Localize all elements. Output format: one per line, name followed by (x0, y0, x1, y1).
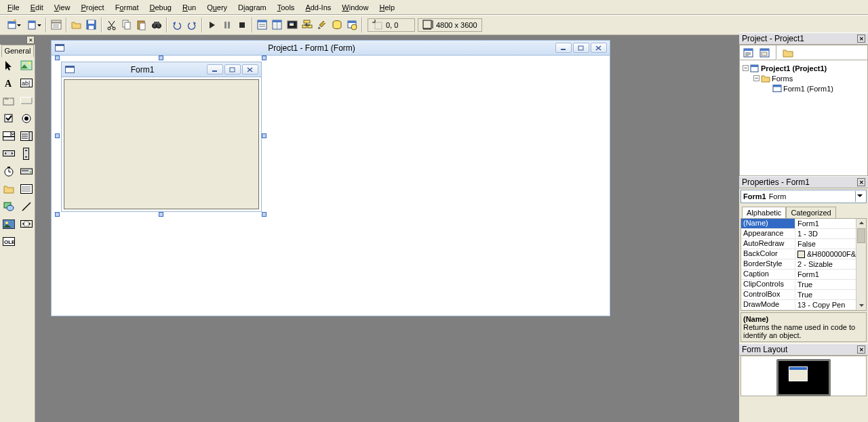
view-code-button[interactable] (741, 45, 756, 60)
resize-handle-se[interactable] (262, 212, 267, 217)
copy-button[interactable] (119, 18, 134, 33)
menu-editor-button[interactable] (49, 18, 64, 33)
property-row[interactable]: Appearance1 - 3D (741, 229, 866, 239)
property-row[interactable]: DrawMode13 - Copy Pen (741, 300, 866, 310)
cut-button[interactable] (104, 18, 119, 33)
container-close-button[interactable] (591, 43, 607, 53)
tool-pointer[interactable] (0, 57, 18, 75)
tool-textbox[interactable]: ab| (18, 75, 35, 92)
paste-button[interactable] (134, 18, 149, 33)
tab-categorized[interactable]: Categorized (786, 207, 835, 219)
property-row[interactable]: (Name)Form1 (741, 219, 866, 229)
add-project-button[interactable] (3, 18, 23, 33)
menu-addins[interactable]: Add-Ins (300, 1, 336, 14)
tree-project-root[interactable]: Project1 (Project1) (761, 64, 827, 72)
form-designer[interactable]: Form1 (61, 62, 262, 212)
break-button[interactable] (220, 18, 235, 33)
find-button[interactable] (149, 18, 164, 33)
scroll-down-icon[interactable] (856, 301, 867, 310)
toolbox-button[interactable] (315, 18, 330, 33)
tool-dirlistbox[interactable] (0, 180, 18, 198)
menu-edit[interactable]: Edit (26, 1, 48, 14)
resize-handle-n[interactable] (159, 56, 163, 60)
project-explorer-close-button[interactable]: ✕ (857, 35, 865, 43)
resize-handle-s[interactable] (159, 212, 163, 217)
form-close-button[interactable] (242, 64, 258, 75)
toggle-folders-button[interactable] (781, 45, 795, 60)
undo-button[interactable] (170, 18, 184, 33)
resize-handle-e[interactable] (262, 133, 267, 138)
scroll-thumb[interactable] (857, 228, 865, 243)
resize-handle-nw[interactable] (55, 56, 60, 60)
save-button[interactable] (84, 18, 99, 33)
form-layout-button[interactable] (285, 18, 300, 33)
tool-picturebox[interactable] (18, 57, 35, 75)
menu-format[interactable]: Format (111, 1, 144, 14)
end-button[interactable] (235, 18, 250, 33)
form-design-surface[interactable] (64, 79, 259, 209)
tool-frame[interactable]: xv (0, 92, 18, 110)
resize-handle-ne[interactable] (262, 56, 267, 60)
tool-filelistbox[interactable] (18, 180, 35, 198)
property-row[interactable]: BorderStyle2 - Sizable (741, 259, 866, 270)
property-row[interactable]: CaptionForm1 (741, 270, 866, 280)
tool-commandbutton[interactable] (18, 92, 35, 110)
menu-tools[interactable]: Tools (273, 1, 300, 14)
project-tree[interactable]: − Project1 (Project1) − Forms Form1 (For… (740, 60, 867, 175)
menu-project[interactable]: Project (76, 1, 108, 14)
form-layout-close-button[interactable]: ✕ (857, 345, 865, 354)
properties-close-button[interactable]: ✕ (857, 178, 865, 186)
properties-scrollbar[interactable] (856, 219, 866, 310)
tool-ole[interactable]: OLE (0, 233, 18, 251)
form-layout-screen[interactable] (776, 359, 831, 396)
menu-debug[interactable]: Debug (144, 1, 176, 14)
tool-line[interactable] (18, 198, 35, 215)
scroll-up-icon[interactable] (856, 219, 867, 228)
container-maximize-button[interactable] (573, 43, 589, 53)
tool-shape[interactable] (0, 198, 18, 215)
view-object-button[interactable] (757, 45, 772, 60)
property-row[interactable]: DrawStyle0 - Solid (741, 310, 866, 311)
form-layout-panel[interactable] (741, 356, 867, 396)
menu-query[interactable]: Query (202, 1, 232, 14)
tab-alphabetic[interactable]: Alphabetic (742, 207, 786, 219)
add-item-button[interactable] (23, 18, 43, 33)
tree-form1[interactable]: Form1 (Form1) (783, 85, 833, 93)
properties-grid[interactable]: (Name)Form1Appearance1 - 3DAutoRedrawFal… (741, 218, 867, 311)
menu-run[interactable]: Run (178, 1, 201, 14)
tool-data[interactable] (18, 215, 35, 233)
open-button[interactable] (69, 18, 84, 33)
form-minimize-button[interactable] (207, 64, 223, 75)
tool-image[interactable] (0, 215, 18, 233)
toolbox-tab-general[interactable]: General (1, 45, 34, 57)
form-layout-miniform[interactable] (789, 366, 808, 381)
form-maximize-button[interactable] (224, 64, 241, 75)
component-manager-button[interactable] (344, 18, 359, 33)
tool-timer[interactable] (0, 163, 18, 180)
resize-handle-w[interactable] (55, 133, 60, 138)
start-button[interactable] (205, 18, 220, 33)
tool-checkbox[interactable] (0, 110, 18, 127)
menu-file[interactable]: File (3, 1, 24, 14)
collapse-icon[interactable]: − (753, 75, 760, 81)
tool-drivelistbox[interactable] (18, 163, 35, 180)
collapse-icon[interactable]: − (743, 65, 749, 71)
container-minimize-button[interactable] (555, 43, 572, 53)
tool-optionbutton[interactable] (18, 110, 35, 127)
properties-window-button[interactable] (270, 18, 285, 33)
toolbox-close-button[interactable]: ✕ (26, 36, 35, 44)
object-dropdown-button[interactable] (855, 191, 864, 202)
redo-button[interactable] (184, 18, 199, 33)
menu-diagram[interactable]: Diagram (233, 1, 271, 14)
object-browser-button[interactable] (300, 18, 315, 33)
tool-hscrollbar[interactable] (0, 145, 18, 163)
property-row[interactable]: BackColor&H8000000F& (741, 249, 866, 259)
menu-view[interactable]: View (50, 1, 75, 14)
tool-combobox[interactable] (0, 127, 18, 145)
tool-listbox[interactable] (18, 127, 35, 145)
property-value[interactable]: 0 - Solid (795, 310, 866, 311)
data-view-button[interactable] (330, 18, 344, 33)
project-explorer-button[interactable] (255, 18, 270, 33)
property-row[interactable]: AutoRedrawFalse (741, 239, 866, 249)
tool-vscrollbar[interactable] (18, 145, 35, 163)
